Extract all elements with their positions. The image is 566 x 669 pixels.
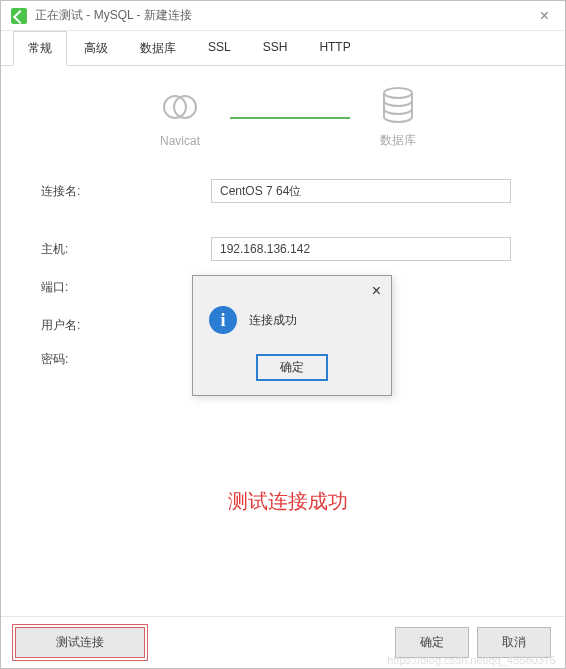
host-input[interactable]: [211, 237, 511, 261]
tab-database[interactable]: 数据库: [125, 31, 191, 65]
window-title: 正在测试 - MySQL - 新建连接: [35, 7, 534, 24]
tab-general[interactable]: 常规: [13, 31, 67, 66]
app-icon: [11, 8, 27, 24]
titlebar: 正在测试 - MySQL - 新建连接 ×: [1, 1, 565, 31]
ok-button[interactable]: 确定: [395, 627, 469, 658]
conn-name-input[interactable]: [211, 179, 511, 203]
connection-diagram: Navicat 数据库: [41, 86, 535, 149]
test-button[interactable]: 测试连接: [15, 627, 145, 658]
close-icon[interactable]: ×: [372, 282, 381, 300]
close-icon[interactable]: ×: [534, 7, 555, 25]
info-icon: i: [209, 306, 237, 334]
tab-bar: 常规 高级 数据库 SSL SSH HTTP: [1, 31, 565, 66]
modal-ok-button[interactable]: 确定: [256, 354, 328, 381]
pass-label: 密码:: [41, 351, 211, 368]
tab-advanced[interactable]: 高级: [69, 31, 123, 65]
tab-ssl[interactable]: SSL: [193, 31, 246, 65]
tab-ssh[interactable]: SSH: [248, 31, 303, 65]
conn-name-label: 连接名:: [41, 183, 211, 200]
svg-point-2: [384, 88, 412, 98]
navicat-label: Navicat: [160, 134, 200, 148]
database-icon: [381, 86, 415, 124]
footer: 测试连接 确定 取消: [1, 616, 565, 668]
port-label: 端口:: [41, 279, 211, 296]
user-label: 用户名:: [41, 317, 211, 334]
cancel-button[interactable]: 取消: [477, 627, 551, 658]
host-label: 主机:: [41, 241, 211, 258]
dialog-window: 正在测试 - MySQL - 新建连接 × 常规 高级 数据库 SSL SSH …: [0, 0, 566, 669]
tab-http[interactable]: HTTP: [304, 31, 365, 65]
message-dialog: × i 连接成功 确定: [192, 275, 392, 396]
navicat-icon: [161, 88, 199, 126]
database-label: 数据库: [380, 132, 416, 149]
connection-line: [230, 117, 350, 119]
modal-message: 连接成功: [249, 312, 297, 329]
result-text: 测试连接成功: [41, 488, 535, 515]
